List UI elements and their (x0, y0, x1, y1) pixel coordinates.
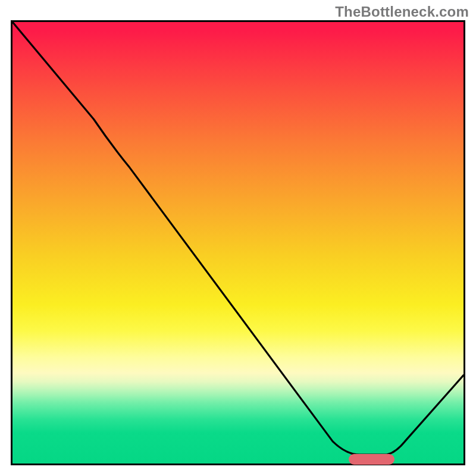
bottleneck-curve-path (12, 22, 464, 455)
plot-area (11, 20, 465, 465)
curve-svg (12, 22, 464, 464)
optimal-marker (349, 454, 394, 465)
watermark-text: TheBottleneck.com (335, 4, 469, 20)
